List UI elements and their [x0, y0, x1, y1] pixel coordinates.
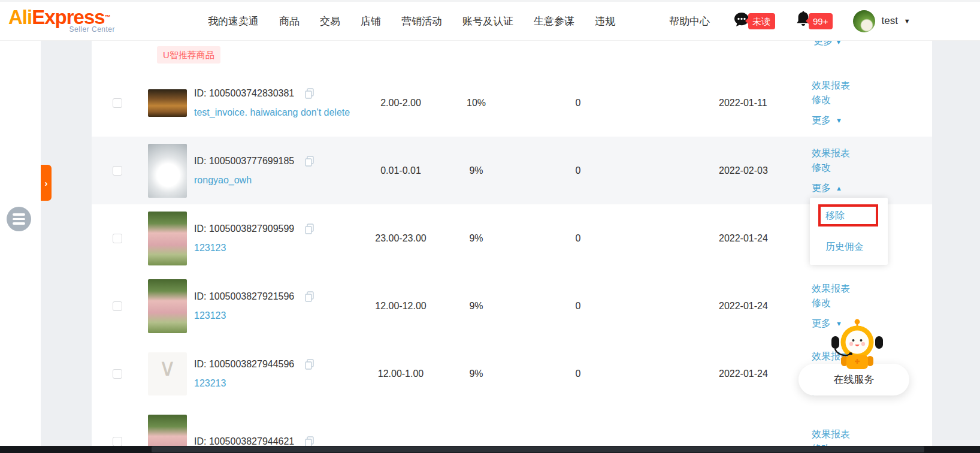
menu-toggle-button[interactable] — [7, 207, 31, 231]
dropdown-item-remove[interactable]: 移除 — [825, 210, 845, 222]
row-checkbox[interactable] — [113, 166, 122, 176]
hamburger-icon — [13, 213, 25, 216]
notifications-button[interactable]: 99+ — [796, 11, 833, 31]
product-table: U智推荐商品 更多 ▼ ID: 1005003742830381 test_in… — [92, 41, 932, 446]
table-row-clipped-bottom: ID: 1005003827944621 效果报表 修改 — [92, 407, 932, 446]
aliexpress-logo[interactable]: AliExpress™ Seller Center — [8, 8, 137, 34]
order-count: 0 — [542, 301, 614, 312]
user-menu[interactable]: test ▼ — [853, 10, 925, 32]
product-thumbnail[interactable] — [148, 144, 187, 198]
nav-item-store[interactable]: 店铺 — [361, 14, 381, 28]
chevron-right-icon: › — [45, 178, 48, 188]
product-name-link[interactable]: test_invoice. haiwaicang don't delete — [194, 107, 365, 118]
product-name-link[interactable]: 123213 — [194, 378, 365, 389]
price-range: 12.00-1.00 — [365, 369, 437, 379]
sidebar-expand-button[interactable]: › — [41, 165, 52, 201]
chevron-down-icon: ▼ — [904, 17, 911, 25]
more-link-expanded[interactable]: 更多▲ — [812, 181, 908, 195]
nav-item-analytics[interactable]: 生意参谋 — [534, 14, 574, 28]
messages-button[interactable]: 未读 — [733, 11, 775, 31]
edit-link[interactable]: 修改 — [812, 93, 908, 107]
date: 2022-02-03 — [719, 165, 797, 176]
row-checkbox[interactable] — [113, 98, 122, 108]
copy-icon[interactable] — [305, 156, 314, 169]
commission-rate: 9% — [440, 301, 512, 312]
product-thumbnail[interactable] — [148, 89, 187, 117]
date: 2022-01-24 — [719, 369, 797, 379]
nav-item-products[interactable]: 商品 — [279, 14, 300, 28]
copy-icon[interactable] — [305, 224, 314, 237]
edit-link[interactable]: 修改 — [812, 161, 908, 175]
caret-up-icon: ▲ — [836, 181, 842, 195]
commission-rate: 10% — [440, 98, 512, 108]
aliexpress-seller-center: AliExpress™ Seller Center 我的速卖通 商品 交易 店铺… — [0, 0, 980, 453]
table-row: ID: 1005003827921596 123123 12.00-12.00 … — [92, 272, 932, 340]
product-thumbnail[interactable] — [148, 352, 187, 395]
date: 2022-01-24 — [719, 301, 797, 312]
username: test — [881, 15, 897, 27]
report-link[interactable]: 效果报表 — [812, 282, 908, 296]
report-link[interactable]: 效果报表 — [812, 146, 908, 161]
product-name-link[interactable]: rongyao_owh — [194, 175, 365, 186]
help-center-link[interactable]: 帮助中心 — [669, 14, 710, 28]
order-count: 0 — [542, 233, 614, 244]
table-row: ID: 1005003742830381 test_invoice. haiwa… — [92, 69, 932, 137]
product-thumbnail[interactable] — [148, 279, 187, 333]
product-id: ID: 1005003777699185 — [194, 156, 294, 167]
product-thumbnail[interactable] — [148, 212, 187, 265]
report-link[interactable]: 效果报表 — [812, 78, 908, 93]
product-name-link[interactable]: 123123 — [194, 310, 365, 321]
more-dropdown-menu: 移除 历史佣金 — [810, 198, 888, 265]
copy-icon[interactable] — [305, 359, 314, 372]
order-count: 0 — [542, 98, 614, 108]
nav-item-marketing[interactable]: 营销活动 — [401, 14, 442, 28]
table-row-clipped-top: U智推荐商品 更多 ▼ — [92, 41, 932, 69]
row-checkbox[interactable] — [113, 437, 122, 446]
edit-link[interactable]: 修改 — [812, 442, 908, 446]
more-link-clipped[interactable]: 更多 ▼ — [813, 41, 842, 48]
table-row-active: ID: 1005003777699185 rongyao_owh 0.01-0.… — [92, 137, 932, 204]
logo-wordmark: AliExpress™ — [8, 8, 137, 26]
nav-item-account[interactable]: 账号及认证 — [462, 14, 513, 28]
copy-icon[interactable] — [305, 291, 314, 304]
top-nav-bar: AliExpress™ Seller Center 我的速卖通 商品 交易 店铺… — [0, 0, 980, 41]
nav-item-violations[interactable]: 违规 — [595, 14, 615, 28]
price-range: 2.00-2.00 — [365, 98, 437, 108]
product-id: ID: 1005003742830381 — [194, 88, 294, 99]
collapsed-sidebar — [0, 41, 41, 446]
price-range: 23.00-23.00 — [365, 233, 437, 244]
edit-link[interactable]: 修改 — [812, 296, 908, 310]
logo-ali: Ali — [8, 6, 32, 28]
avatar — [853, 10, 875, 32]
order-count: 0 — [542, 369, 614, 379]
report-link[interactable]: 效果报表 — [812, 427, 908, 442]
product-id: ID: 1005003827944621 — [194, 436, 294, 446]
scrollbar-thumb[interactable] — [152, 446, 924, 452]
more-link[interactable]: 更多▼ — [812, 113, 908, 128]
product-id: ID: 1005003827944596 — [194, 359, 294, 370]
product-thumbnail[interactable] — [148, 415, 187, 446]
price-range: 0.01-0.01 — [365, 165, 437, 176]
product-name-link[interactable]: 123123 — [194, 243, 365, 253]
copy-icon[interactable] — [305, 436, 314, 446]
nav-item-orders[interactable]: 交易 — [320, 14, 340, 28]
date: 2022-01-11 — [719, 98, 797, 108]
notification-count-badge: 99+ — [809, 13, 833, 29]
date: 2022-01-24 — [719, 233, 797, 244]
service-robot-mascot[interactable] — [830, 319, 885, 370]
row-checkbox[interactable] — [113, 301, 122, 311]
caret-down-icon: ▼ — [835, 41, 842, 46]
horizontal-scrollbar[interactable] — [0, 446, 980, 453]
smart-recommend-badge: U智推荐商品 — [157, 46, 220, 64]
copy-icon[interactable] — [305, 88, 314, 101]
header-right-cluster: 未读 99+ test ▼ — [733, 10, 926, 32]
price-range: 12.00-12.00 — [365, 301, 437, 312]
row-checkbox[interactable] — [113, 234, 122, 243]
product-id: ID: 1005003827909599 — [194, 224, 294, 234]
commission-rate: 9% — [440, 233, 512, 244]
commission-rate: 9% — [440, 369, 512, 379]
row-checkbox[interactable] — [113, 369, 122, 379]
nav-item-my-aliexpress[interactable]: 我的速卖通 — [208, 14, 259, 28]
dropdown-item-history-commission[interactable]: 历史佣金 — [825, 241, 864, 253]
commission-rate: 9% — [440, 165, 512, 176]
